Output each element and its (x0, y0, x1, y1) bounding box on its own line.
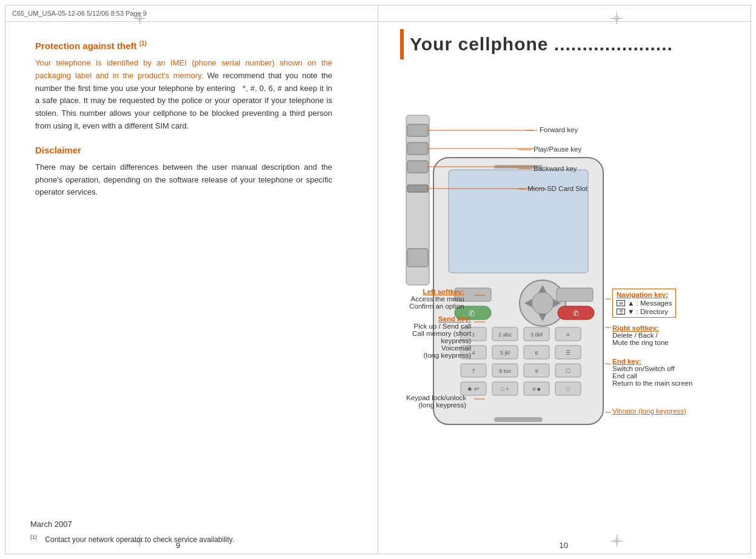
svg-rect-1 (407, 124, 428, 136)
svg-text:4: 4 (472, 350, 475, 356)
keypad-title: Keypad lock/unlock (406, 394, 466, 401)
svg-text:1: 1 (472, 332, 475, 338)
svg-text:6: 6 (535, 350, 538, 356)
svg-text:9: 9 (535, 368, 538, 374)
right-softkey-title: Right softkey: (612, 324, 669, 332)
svg-text:8 tuv: 8 tuv (499, 368, 511, 374)
svg-text:2 abc: 2 abc (498, 332, 512, 338)
nav-key-1-row: ✉ ▲ : Messages (617, 300, 672, 307)
svg-text:3 def: 3 def (530, 332, 543, 338)
crosshair-bottom-right (610, 535, 623, 547)
page-num-right: 10 (560, 541, 568, 550)
left-softkey-area: Left softkey: Access the menu Confirm an… (409, 288, 464, 310)
right-title: Your cellphone ..................... (410, 34, 673, 55)
right-softkey-2: Mute the ring tone (612, 339, 669, 346)
svg-point-10 (532, 292, 554, 314)
svg-rect-5 (407, 249, 428, 267)
crosshair-top-right (610, 12, 623, 24)
svg-text:✆: ✆ (573, 309, 579, 318)
vibrator-label: Vibrator (long keypress) (612, 407, 686, 415)
end-key-2: End call (612, 372, 692, 380)
micro-sd-label: Micro-SD Card Slot (527, 185, 587, 192)
svg-text:□ +: □ + (501, 386, 509, 392)
center-divider (378, 5, 378, 554)
right-softkey-area: Right softkey: Delete / Back / Mute the … (612, 324, 669, 346)
footnote: (1) Contact your network operator to che… (30, 534, 234, 544)
end-key-area: End key: Switch on/Switch off End call R… (612, 358, 692, 387)
svg-text:✱ #*: ✱ #* (467, 386, 480, 392)
svg-text:7: 7 (472, 368, 475, 374)
right-softkey-1: Delete / Back / (612, 332, 669, 339)
page-num-left: 9 (176, 541, 180, 550)
svg-rect-3 (407, 161, 428, 173)
keypad-sub: (long keypress) (406, 401, 466, 409)
play-pause-label: Play/Pause key (534, 146, 581, 153)
nav-key-2-row: ☰ ▼ : Directory (617, 308, 672, 315)
footer-text: March 2007 (30, 520, 72, 529)
svg-rect-4 (407, 185, 428, 192)
nav-key-2: ▼ : Directory (627, 308, 668, 315)
nav-key-box: Navigation key: ✉ ▲ : Messages ☰ ▼ : Dir… (612, 289, 676, 318)
svg-rect-54 (494, 417, 543, 422)
svg-text:# ■: # ■ (533, 386, 541, 392)
send-key-2: Call memory (short (412, 330, 471, 337)
svg-text:5 jkl: 5 jkl (500, 350, 510, 356)
section2-title: Disclaimer (35, 145, 332, 155)
svg-rect-2 (407, 142, 428, 155)
end-key-1: Switch on/Switch off (612, 365, 692, 372)
keypad-lock-area: Keypad lock/unlock (long keypress) (406, 394, 466, 409)
end-key-title: End key: (612, 358, 692, 365)
end-key-3: Return to the main screen (612, 380, 692, 387)
nav-key-1: ▲ : Messages (627, 300, 672, 307)
right-title-area: Your cellphone ..................... (400, 29, 673, 59)
section2-body: There may be certain differences between… (35, 161, 332, 199)
section1-title: Protection against theft (1) (35, 40, 332, 51)
svg-text:☰: ☰ (566, 350, 570, 356)
send-key-1: Pick up / Send call (412, 323, 471, 330)
header-bar: C65_UM_USA-05-12-06 5/12/06 8:53 Page 9 (5, 5, 751, 22)
send-key-title: Send key: (412, 315, 471, 323)
send-key-area: Send key: Pick up / Send call Call memor… (412, 315, 471, 359)
send-key-5: (long keypress) (412, 352, 471, 359)
svg-text:≡: ≡ (566, 332, 569, 338)
left-softkey-2: Confirm an option (409, 303, 464, 310)
backward-key-label: Backward key (534, 165, 577, 172)
forward-key-label: Forward key (540, 126, 578, 133)
left-page: Protection against theft (1) Your teleph… (5, 22, 356, 543)
header-text: C65_UM_USA-05-12-06 5/12/06 8:53 Page 9 (12, 10, 147, 17)
svg-text:☐: ☐ (566, 368, 570, 374)
svg-text:□: □ (566, 386, 570, 392)
send-key-3: keypress) (412, 337, 471, 344)
left-softkey-title: Left softkey: (409, 288, 464, 295)
svg-rect-17 (557, 288, 593, 301)
orange-bar (400, 29, 404, 59)
nav-key-title: Navigation key: (617, 291, 672, 298)
send-key-4: Voicemail (412, 344, 471, 352)
left-softkey-1: Access the menu (409, 295, 464, 303)
section1-body: Your telephone is identified by an IMEI … (35, 57, 332, 133)
vibrator-text: Vibrator (long keypress) (612, 407, 686, 415)
